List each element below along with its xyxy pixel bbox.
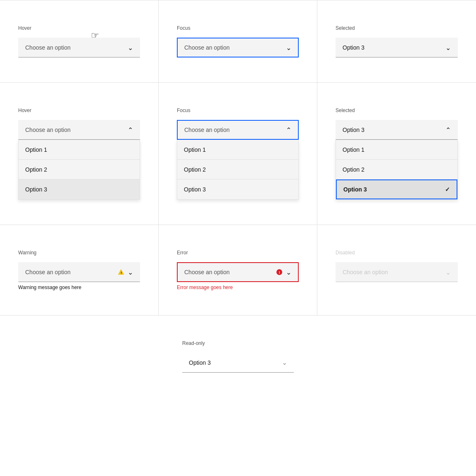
chevron-down-icon: ⌄: [128, 44, 133, 52]
focus-open-text: Choose an option: [184, 127, 230, 133]
focus-dropdown: Option 1 Option 2 Option 3: [177, 140, 299, 200]
chevron-up-icon: ⌃: [128, 126, 133, 134]
dropdown-item-3-selected[interactable]: Option 3 ✓: [336, 179, 457, 199]
hover-open-icons: ⌃: [128, 126, 133, 134]
selected-open-icons: ⌃: [445, 126, 451, 134]
selected-open-cell: Selected Option 3 ⌃ Option 1 Option 2 Op…: [317, 83, 476, 225]
warning-cell: Warning Choose an option ! ⌄ Warning mes…: [0, 225, 159, 316]
error-icons: ! ⌄: [276, 268, 291, 276]
dropdown-item-3[interactable]: Option 3: [177, 179, 298, 199]
focus-select-open[interactable]: Choose an option ⌃: [177, 120, 299, 140]
selected-closed-cell: Selected Option 3 ⌄: [317, 0, 476, 83]
focus-closed-cell: Focus Choose an option ⌄: [159, 0, 317, 83]
readonly-select: Option 3 ⌄: [182, 353, 294, 373]
hover-open-label: Hover: [18, 108, 140, 113]
disabled-icons: ⌄: [445, 268, 451, 276]
warning-message-text: Warning message goes here: [18, 285, 140, 290]
selected-open-text: Option 3: [343, 127, 364, 133]
dropdown-item-1[interactable]: Option 1: [336, 140, 457, 160]
disabled-label: Disabled: [336, 250, 458, 256]
dropdown-item-1[interactable]: Option 1: [177, 140, 298, 160]
hover-select-closed[interactable]: Choose an option ⌄: [18, 38, 140, 57]
chevron-up-icon: ⌃: [286, 126, 291, 134]
disabled-cell: Disabled Choose an option ⌄: [317, 225, 476, 316]
error-message-text: Error message goes here: [177, 285, 299, 290]
error-select[interactable]: Choose an option ! ⌄: [177, 262, 299, 282]
error-cell: Error Choose an option ! ⌄ Error message…: [159, 225, 317, 316]
selected-icons: ⌄: [445, 44, 451, 52]
disabled-select: Choose an option ⌄: [336, 262, 458, 282]
selected-label: Selected: [336, 25, 458, 31]
readonly-icons: ⌄: [282, 359, 287, 366]
focus-label: Focus: [177, 25, 299, 31]
focus-open-label: Focus: [177, 108, 299, 113]
focus-select-text: Choose an option: [184, 44, 230, 51]
focus-select-closed[interactable]: Choose an option ⌄: [177, 38, 299, 57]
warning-triangle-icon: !: [118, 269, 124, 275]
selected-select-closed[interactable]: Option 3 ⌄: [336, 38, 458, 57]
focus-open-icons: ⌃: [286, 126, 291, 134]
chevron-down-icon: ⌄: [445, 268, 451, 276]
dropdown-item-1[interactable]: Option 1: [19, 140, 140, 160]
chevron-down-icon: ⌄: [286, 268, 291, 276]
hover-icons: ⌄: [128, 44, 133, 52]
error-label: Error: [177, 250, 299, 256]
focus-open-cell: Focus Choose an option ⌃ Option 1 Option…: [159, 83, 317, 225]
hover-closed-cell: Hover Choose an option ⌄ ☞: [0, 0, 159, 83]
svg-text:!: !: [121, 271, 122, 275]
readonly-section: Read-only Option 3 ⌄: [0, 316, 476, 397]
focus-icons: ⌄: [286, 44, 291, 52]
dropdown-item-3[interactable]: Option 3: [19, 179, 140, 199]
selected-select-text: Option 3: [343, 44, 364, 51]
warning-select-text: Choose an option: [25, 269, 71, 275]
dropdown-item-2[interactable]: Option 2: [19, 160, 140, 179]
disabled-select-text: Choose an option: [343, 269, 388, 275]
selected-select-open[interactable]: Option 3 ⌃: [336, 120, 458, 140]
warning-label: Warning: [18, 250, 140, 256]
checkmark-icon: ✓: [445, 186, 450, 193]
svg-text:!: !: [279, 270, 280, 275]
error-circle-icon: !: [276, 269, 283, 275]
hover-open-cell: Hover Choose an option ⌃ Option 1 Option…: [0, 83, 159, 225]
dropdown-item-2[interactable]: Option 2: [177, 160, 298, 179]
hover-open-text: Choose an option: [25, 127, 71, 133]
hover-dropdown: Option 1 Option 2 Option 3: [18, 140, 140, 200]
dropdown-item-2[interactable]: Option 2: [336, 160, 457, 179]
readonly-select-text: Option 3: [189, 359, 211, 366]
selected-dropdown: Option 1 Option 2 Option 3 ✓: [336, 140, 458, 200]
chevron-down-icon: ⌄: [282, 359, 287, 366]
hover-label: Hover: [18, 25, 140, 31]
chevron-down-icon: ⌄: [445, 44, 451, 52]
warning-icons: ! ⌄: [118, 268, 133, 276]
chevron-up-icon: ⌃: [445, 126, 451, 134]
hover-select-open[interactable]: Choose an option ⌃: [18, 120, 140, 140]
chevron-down-icon: ⌄: [128, 268, 133, 276]
chevron-down-icon: ⌄: [286, 44, 291, 52]
hover-select-text: Choose an option: [25, 44, 71, 51]
readonly-label: Read-only: [182, 340, 294, 346]
selected-open-label: Selected: [336, 108, 458, 113]
error-select-text: Choose an option: [184, 269, 230, 275]
warning-select[interactable]: Choose an option ! ⌄: [18, 262, 140, 282]
